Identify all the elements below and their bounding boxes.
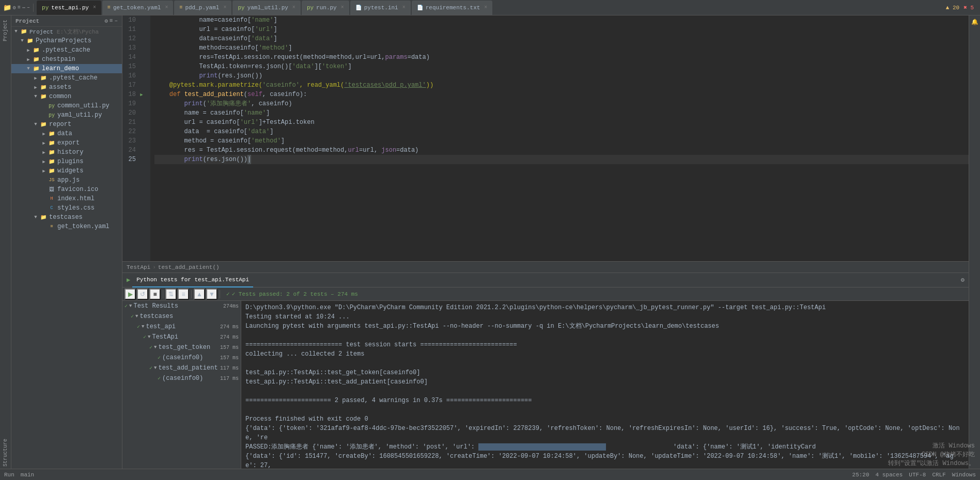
project-sidebar-btn[interactable]: Project <box>2 18 9 43</box>
equals-icon[interactable]: ≡ <box>18 5 21 10</box>
tree-item-data[interactable]: ▶ 📁 data <box>11 129 122 138</box>
code-line-17: @pytest.mark.parametrize('caseinfo', rea… <box>154 81 969 90</box>
test-node-caseinfo0-get[interactable]: ✓ (caseinfo0) 157 ms <box>122 353 241 363</box>
common-icon: 📁 <box>39 92 48 101</box>
test-node-test-get-token[interactable]: ✓ ▼ test_get_token 157 ms <box>122 342 241 353</box>
project-menu-icon[interactable]: ⚙ <box>13 5 16 11</box>
tree-item-plugins[interactable]: ▶ 📁 plugins <box>11 157 122 166</box>
tab-run-close[interactable]: × <box>341 5 344 10</box>
tab-pytest-ini[interactable]: 📄 pytest.ini × <box>350 1 411 15</box>
tab-pdd-p[interactable]: ≡ pdd_p.yaml × <box>174 1 231 15</box>
code-line-11: url = caseinfo['url'] <box>154 25 969 34</box>
minus-icon[interactable]: – <box>27 5 30 10</box>
report-icon: 📁 <box>39 120 48 129</box>
warnings-count[interactable]: ▲ 20 <box>946 5 959 11</box>
tab-get-token[interactable]: ≡ get_token.yaml × <box>102 1 173 15</box>
status-git[interactable]: main <box>21 472 34 478</box>
tree-item-pytest-cache2[interactable]: ▶ 📁 .pytest_cache <box>11 73 122 83</box>
editor-top-right: ▲ 20 ✖ 5 <box>946 4 978 11</box>
pytest-cache2-icon: 📁 <box>39 74 48 82</box>
tree-item-common-util[interactable]: ▶ py common_util.py <box>11 101 122 110</box>
test-node-testapi-class[interactable]: ✓ ▼ TestApi 274 ms <box>122 332 241 342</box>
tree-item-pycharmprojects[interactable]: ▼ 📁 PycharmProjects <box>11 36 122 45</box>
js-icon: JS <box>48 176 56 184</box>
run-play-btn[interactable]: ▶ <box>125 289 136 300</box>
tab-pytest-ini-close[interactable]: × <box>402 5 406 10</box>
run-stop-btn[interactable]: ■ <box>149 289 161 300</box>
console-line-blank2 <box>245 359 965 368</box>
tree-item-common[interactable]: ▼ 📁 common <box>11 92 122 101</box>
structure-btn[interactable]: Structure <box>2 437 9 469</box>
line-gutter: 10 11 12 13 14 15 16 17 18▶ 19 20 21 22 … <box>122 15 150 261</box>
right-notifications-icon[interactable]: 🔔 <box>970 18 979 26</box>
tree-item-stylescss[interactable]: ▶ C styles.css <box>11 203 122 213</box>
tree-item-testcases[interactable]: ▼ 📁 testcases <box>11 213 122 222</box>
tree-item-assets[interactable]: ▶ 📁 assets <box>11 83 122 92</box>
tree-item-get-token-yaml[interactable]: ▶ ≡ get_token.yaml <box>11 222 122 231</box>
tree-label-widgets: widgets <box>57 167 83 174</box>
run-up-btn[interactable]: ▲ <box>194 289 205 300</box>
tab-requirements[interactable]: 📄 requirements.txt × <box>412 1 493 15</box>
test-time-testapi: 274 ms <box>220 334 239 340</box>
settings-icon[interactable]: ⋯ <box>22 5 25 11</box>
tab-pdd-p-close[interactable]: × <box>223 5 226 10</box>
code-line-14: res=TestApi.session.request(method=metho… <box>154 53 969 62</box>
status-run-label[interactable]: Run <box>4 472 14 478</box>
test-node-test-api[interactable]: ✓ ▼ test_api 274 ms <box>122 322 241 332</box>
tab-pytest-ini-label: pytest.ini <box>364 5 398 11</box>
tree-item-history[interactable]: ▶ 📁 history <box>11 148 122 157</box>
tab-run[interactable]: py run.py × <box>302 1 349 15</box>
tree-item-indexhtml[interactable]: ▶ H index.html <box>11 194 122 203</box>
status-line-sep[interactable]: CRLF <box>932 472 945 478</box>
console-line-passed: ======================= 2 passed, 4 warn… <box>245 396 965 405</box>
tab-get-token-close[interactable]: × <box>165 5 168 10</box>
tab-test-api[interactable]: py test_api.py × <box>37 1 101 15</box>
run-settings-icon[interactable]: ⚙ <box>961 276 965 284</box>
status-indent[interactable]: 4 spaces <box>876 472 903 478</box>
watermark-line2: CSDN @烧烤不好吃 <box>888 450 975 459</box>
test-node-root[interactable]: ✓ ▼ Test Results 274ms <box>122 301 241 311</box>
test-node-test-add-patient[interactable]: ✓ ▼ test_add_patient 117 ms <box>122 363 241 373</box>
tree-label-export: export <box>57 139 80 147</box>
run-down-btn[interactable]: ▼ <box>206 289 217 300</box>
tree-item-project[interactable]: ▼ 📁 Project E:\文档\Pycha <box>11 27 122 36</box>
tree-item-appjs[interactable]: ▶ JS app.js <box>11 175 122 185</box>
tab-yaml-util-close[interactable]: × <box>292 5 295 10</box>
tree-label-assets: assets <box>49 84 71 91</box>
tree-item-favicon[interactable]: ▶ 🖼 favicon.ico <box>11 185 122 194</box>
console-line-passed-data: PASSED:添加胸痛患者 {'name': '添加患者', 'method':… <box>245 442 965 452</box>
code-lines[interactable]: name=caseinfo['name'] url = caseinfo['ur… <box>150 15 969 261</box>
pycharmprojects-icon: 📁 <box>26 37 34 45</box>
tree-item-yaml-util[interactable]: ▶ py yaml_util.py <box>11 110 122 120</box>
tree-item-export[interactable]: ▶ 📁 export <box>11 138 122 148</box>
tab-requirements-close[interactable]: × <box>484 5 487 10</box>
run-sort-btn[interactable]: ⇅ <box>165 289 177 300</box>
test-label-caseinfo0-get: (caseinfo0) <box>162 354 219 361</box>
tree-item-widgets[interactable]: ▶ 📁 widgets <box>11 166 122 175</box>
console-output[interactable]: D:\python3.9\python.exe "D:\PyCharm\PyCh… <box>241 301 969 469</box>
project-folder-icon: 📁 <box>20 27 28 36</box>
status-encoding[interactable]: UTF-8 <box>909 472 926 478</box>
run-panel-tabs: ▶ Python tests for test_api.TestApi ⚙ <box>122 273 969 287</box>
tree-item-pytest-cache1[interactable]: ▶ 📁 .pytest_cache <box>11 45 122 55</box>
code-line-21: url = caseinfo['url']+TestApi.token <box>154 118 969 127</box>
tree-collapse-icon[interactable]: – <box>114 18 118 24</box>
tab-yaml-util[interactable]: py yaml_util.py × <box>232 1 300 15</box>
run-tab-main[interactable]: Python tests for test_api.TestApi <box>132 273 253 287</box>
errors-count[interactable]: ✖ 5 <box>963 4 974 11</box>
test-node-caseinfo0-add[interactable]: ✓ (caseinfo0) 117 ms <box>122 373 241 383</box>
project-icon[interactable]: 📁 <box>3 4 11 12</box>
tab-test-api-close[interactable]: × <box>93 5 96 10</box>
tree-gear-icon[interactable]: ⚙ <box>104 18 108 24</box>
run-rerun-btn[interactable]: ↺ <box>137 289 148 300</box>
file-tree-panel: Project ⚙ ≡ – ▼ 📁 Project E:\文档\Pycha ▼ <box>11 15 122 469</box>
test-label-get-token: test_get_token <box>158 344 219 351</box>
tree-item-chestpain[interactable]: ▶ 📁 chestpain <box>11 55 122 64</box>
tree-expand-icon[interactable]: ≡ <box>110 18 113 24</box>
tree-item-report[interactable]: ▼ 📁 report <box>11 120 122 129</box>
code-line-18: def test_add_patient(self, caseinfo): <box>154 90 969 99</box>
test-time-root: 274ms <box>223 303 239 309</box>
run-filter-btn[interactable]: ≡ <box>178 289 189 300</box>
test-node-testcases[interactable]: ✓ ▼ testcases <box>122 311 241 322</box>
tree-item-learn-demo[interactable]: ▼ 📁 learn_demo <box>11 64 122 73</box>
